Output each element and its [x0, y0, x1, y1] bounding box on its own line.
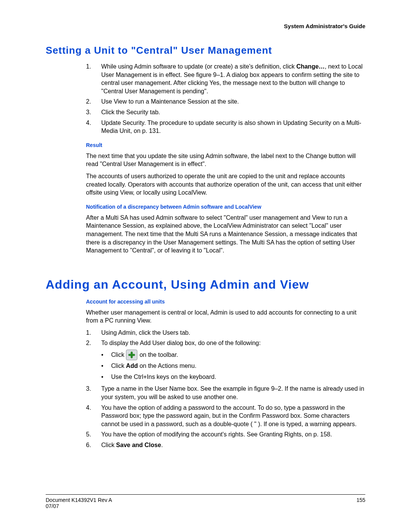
footer-divider: [46, 494, 365, 495]
section-title-central: Setting a Unit to "Central" User Managem…: [46, 45, 365, 56]
list-item: Use the Ctrl+Ins keys on the keyboard.: [101, 372, 365, 383]
section-title-adding-account: Adding an Account, Using Admin and View: [46, 278, 365, 292]
result-paragraph: The next time that you update the site u…: [86, 152, 365, 168]
sub-bullets: Click on the toolbar. Click Add on the A…: [101, 350, 365, 382]
list-item: 1. Using Admin, click the Users tab.: [86, 329, 365, 337]
list-item: 1. While using Admin software to update …: [86, 62, 365, 95]
discrepancy-paragraph: After a Multi SA has used Admin software…: [86, 214, 365, 255]
discrepancy-heading: Notification of a discrepancy between Ad…: [86, 204, 365, 210]
list-item: 2. Use View to run a Maintenance Session…: [86, 97, 365, 106]
list-item: 5. You have the option of modifying the …: [86, 430, 365, 439]
intro-paragraph: Whether user management is central or lo…: [86, 308, 365, 325]
add-icon: [126, 350, 137, 360]
result-paragraph: The accounts of users authorized to oper…: [86, 172, 365, 197]
section1-steps: 1. While using Admin software to update …: [86, 62, 365, 255]
list-item: 2. To display the Add User dialog box, d…: [86, 339, 365, 347]
page-footer: Document K14392V1 Rev A 155 07/07: [46, 494, 365, 509]
list-item: 3. Click the Security tab.: [86, 108, 365, 117]
list-item: 6. Click Save and Close.: [86, 441, 365, 449]
list-item: Click Add on the Actions menu.: [101, 361, 365, 372]
list-item: 4. Update Security. The procedure to upd…: [86, 119, 365, 135]
list-item: 3. Type a name in the User Name box. See…: [86, 385, 365, 401]
account-all-units-heading: Account for accessing all units: [86, 299, 365, 305]
list-item: 4. You have the option of adding a passw…: [86, 404, 365, 428]
section2-body: Account for accessing all units Whether …: [86, 299, 365, 449]
footer-page-number: 155: [357, 497, 365, 503]
footer-doc-id: Document K14392V1 Rev A: [46, 497, 112, 503]
document-page: System Administrator's Guide Setting a U…: [0, 0, 411, 532]
result-heading: Result: [86, 142, 365, 148]
footer-date: 07/07: [46, 503, 365, 509]
svg-rect-1: [129, 354, 135, 356]
list-item: Click on the toolbar.: [101, 350, 365, 361]
document-header: System Administrator's Guide: [46, 23, 365, 29]
